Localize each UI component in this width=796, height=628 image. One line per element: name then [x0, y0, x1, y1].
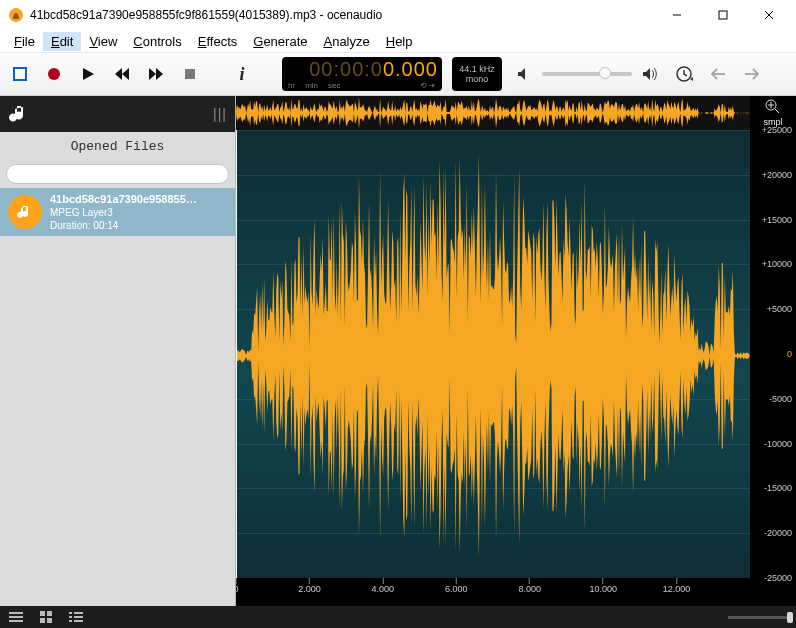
- region-tool-button[interactable]: [8, 62, 32, 86]
- sidebar-title: Opened Files: [0, 132, 235, 160]
- svg-rect-36: [74, 616, 83, 618]
- title-bar: 41bcd58c91a7390e958855fc9f861559(4015389…: [0, 0, 796, 30]
- fast-forward-button[interactable]: [144, 62, 168, 86]
- sidebar-collapse-icon[interactable]: |||: [213, 106, 227, 122]
- playhead[interactable]: [236, 130, 237, 578]
- history-button[interactable]: [672, 62, 696, 86]
- record-button[interactable]: [42, 62, 66, 86]
- amp-mark: +15000: [762, 215, 792, 225]
- svg-rect-38: [74, 620, 83, 622]
- app-icon: [8, 7, 24, 23]
- window-title: 41bcd58c91a7390e958855fc9f861559(4015389…: [30, 8, 654, 22]
- minimize-button[interactable]: [654, 0, 700, 30]
- file-codec: MPEG Layer3: [50, 206, 200, 219]
- amp-mark: +5000: [767, 304, 792, 314]
- nav-forward-button[interactable]: [740, 62, 764, 86]
- toolbar: i 00:00:00.000 hrminsec⟲⇥ 44.1 kHz mono: [0, 52, 796, 96]
- format-display[interactable]: 44.1 kHz mono: [452, 57, 502, 91]
- main-waveform[interactable]: [236, 130, 750, 582]
- svg-rect-12: [185, 69, 195, 79]
- music-note-icon: [8, 103, 30, 125]
- nav-back-button[interactable]: [706, 62, 730, 86]
- svg-marker-8: [115, 68, 122, 80]
- file-meta: 41bcd58c91a7390e958855fc9… MPEG Layer3 D…: [50, 193, 200, 232]
- svg-rect-34: [74, 612, 83, 614]
- volume-high-icon: [638, 62, 662, 86]
- svg-rect-33: [69, 612, 72, 614]
- file-item[interactable]: 41bcd58c91a7390e958855fc9… MPEG Layer3 D…: [0, 188, 235, 236]
- svg-rect-37: [69, 620, 72, 622]
- view-detail-icon[interactable]: [68, 609, 84, 625]
- zoom-slider[interactable]: [98, 616, 788, 619]
- svg-marker-10: [149, 68, 156, 80]
- sidebar: ||| Opened Files 41bcd58c91a7390e958855f…: [0, 96, 236, 606]
- overview-waveform[interactable]: [236, 96, 750, 130]
- rewind-button[interactable]: [110, 62, 134, 86]
- svg-rect-31: [40, 618, 45, 623]
- time-tick: 12.000: [663, 578, 691, 594]
- amp-mark: +10000: [762, 259, 792, 269]
- channels: mono: [466, 74, 489, 84]
- status-bar: [0, 606, 796, 628]
- svg-marker-14: [643, 68, 650, 80]
- amp-mark: -10000: [764, 439, 792, 449]
- time-axis[interactable]: 02.0004.0006.0008.00010.00012.000: [236, 578, 750, 606]
- search-input[interactable]: [6, 164, 229, 184]
- volume-low-icon: [512, 62, 536, 86]
- amp-mark: 0: [787, 349, 792, 359]
- menu-controls[interactable]: Controls: [125, 32, 189, 51]
- time-display[interactable]: 00:00:00.000 hrminsec⟲⇥: [282, 57, 442, 91]
- svg-marker-13: [518, 68, 525, 80]
- svg-rect-2: [719, 11, 727, 19]
- time-tick: 8.000: [518, 578, 541, 594]
- sample-rate: 44.1 kHz: [459, 64, 495, 74]
- svg-marker-11: [156, 68, 163, 80]
- time-display-value: 0.000: [383, 59, 438, 79]
- amp-mark: -20000: [764, 528, 792, 538]
- time-tick: 6.000: [445, 578, 468, 594]
- file-type-icon: [8, 195, 42, 229]
- amplitude-ruler[interactable]: smpl +25000+20000+15000+10000+50000-5000…: [750, 96, 796, 606]
- menu-generate[interactable]: Generate: [245, 32, 315, 51]
- time-tick: 0: [236, 578, 239, 594]
- file-name: 41bcd58c91a7390e958855fc9…: [50, 193, 200, 206]
- view-grid-icon[interactable]: [38, 609, 54, 625]
- file-duration: Duration: 00:14: [50, 219, 200, 232]
- menu-view[interactable]: View: [81, 32, 125, 51]
- view-list-icon[interactable]: [8, 609, 24, 625]
- zoom-in-icon[interactable]: [765, 99, 781, 115]
- svg-rect-29: [40, 611, 45, 616]
- time-display-labels: hrminsec⟲⇥: [288, 81, 436, 90]
- time-display-dim: 00:00:0: [309, 59, 383, 79]
- maximize-button[interactable]: [700, 0, 746, 30]
- stop-button[interactable]: [178, 62, 202, 86]
- svg-line-25: [775, 109, 779, 113]
- time-tick: 10.000: [589, 578, 617, 594]
- svg-rect-5: [14, 68, 26, 80]
- play-button[interactable]: [76, 62, 100, 86]
- waveform-pane: 02.0004.0006.0008.00010.00012.000 smpl +…: [236, 96, 796, 606]
- amp-mark: -5000: [769, 394, 792, 404]
- svg-rect-32: [47, 618, 52, 623]
- time-tick: 4.000: [372, 578, 395, 594]
- menu-bar: File Edit View Controls Effects Generate…: [0, 30, 796, 52]
- svg-marker-7: [83, 68, 94, 80]
- menu-effects[interactable]: Effects: [190, 32, 246, 51]
- menu-edit[interactable]: Edit: [43, 32, 81, 51]
- svg-rect-35: [69, 616, 72, 618]
- info-button[interactable]: i: [230, 62, 254, 86]
- menu-file[interactable]: File: [6, 32, 43, 51]
- volume-slider[interactable]: [542, 72, 632, 76]
- svg-point-6: [48, 68, 60, 80]
- amp-mark: -25000: [764, 573, 792, 583]
- svg-rect-30: [47, 611, 52, 616]
- menu-analyze[interactable]: Analyze: [315, 32, 377, 51]
- menu-help[interactable]: Help: [378, 32, 421, 51]
- file-list-empty: [0, 236, 235, 606]
- svg-marker-9: [122, 68, 129, 80]
- amp-mark: +20000: [762, 170, 792, 180]
- time-tick: 2.000: [298, 578, 321, 594]
- sidebar-header: |||: [0, 96, 235, 132]
- amp-mark: +25000: [762, 125, 792, 135]
- close-button[interactable]: [746, 0, 792, 30]
